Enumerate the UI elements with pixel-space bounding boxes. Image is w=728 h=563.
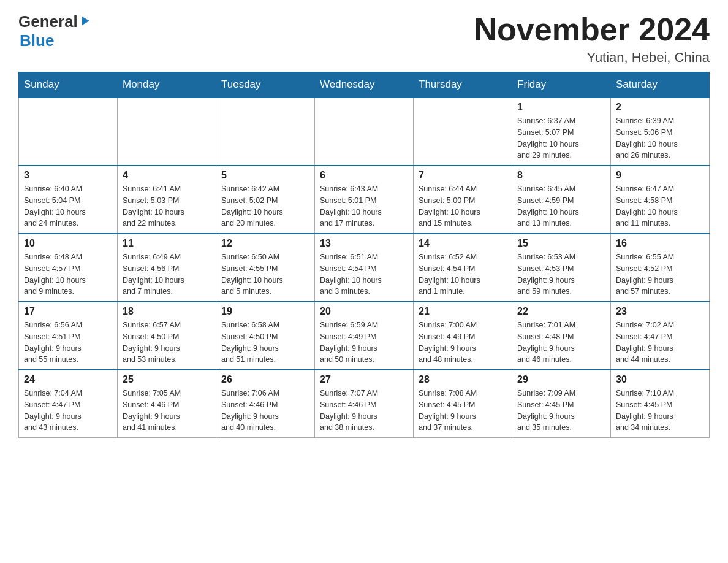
- weekday-header-saturday: Saturday: [611, 72, 710, 98]
- day-info: Sunrise: 6:40 AMSunset: 5:04 PMDaylight:…: [24, 183, 112, 229]
- day-number: 19: [221, 306, 309, 317]
- day-info: Sunrise: 6:41 AMSunset: 5:03 PMDaylight:…: [123, 183, 211, 229]
- day-info: Sunrise: 6:58 AMSunset: 4:50 PMDaylight:…: [221, 320, 309, 366]
- calendar-cell: [118, 98, 216, 166]
- calendar-cell: 19Sunrise: 6:58 AMSunset: 4:50 PMDayligh…: [216, 302, 315, 370]
- day-info: Sunrise: 7:05 AMSunset: 4:46 PMDaylight:…: [123, 388, 211, 434]
- day-number: 8: [517, 170, 605, 181]
- day-number: 22: [517, 306, 605, 317]
- day-info: Sunrise: 6:42 AMSunset: 5:02 PMDaylight:…: [221, 183, 309, 229]
- calendar-week-4: 17Sunrise: 6:56 AMSunset: 4:51 PMDayligh…: [19, 302, 710, 370]
- day-number: 10: [24, 238, 112, 249]
- day-number: 1: [517, 102, 605, 113]
- day-number: 26: [221, 374, 309, 385]
- weekday-header-friday: Friday: [512, 72, 611, 98]
- day-info: Sunrise: 6:49 AMSunset: 4:56 PMDaylight:…: [123, 251, 211, 297]
- calendar-cell: 5Sunrise: 6:42 AMSunset: 5:02 PMDaylight…: [216, 166, 315, 234]
- day-number: 11: [123, 238, 211, 249]
- calendar-cell: 3Sunrise: 6:40 AMSunset: 5:04 PMDaylight…: [19, 166, 118, 234]
- calendar-cell: [315, 98, 414, 166]
- calendar-cell: [414, 98, 512, 166]
- weekday-header-row: SundayMondayTuesdayWednesdayThursdayFrid…: [19, 72, 710, 98]
- day-number: 30: [616, 374, 704, 385]
- calendar-cell: 13Sunrise: 6:51 AMSunset: 4:54 PMDayligh…: [315, 234, 414, 302]
- day-number: 3: [24, 170, 112, 181]
- day-info: Sunrise: 7:01 AMSunset: 4:48 PMDaylight:…: [517, 320, 605, 366]
- day-number: 12: [221, 238, 309, 249]
- calendar-cell: 12Sunrise: 6:50 AMSunset: 4:55 PMDayligh…: [216, 234, 315, 302]
- calendar-cell: 25Sunrise: 7:05 AMSunset: 4:46 PMDayligh…: [118, 370, 216, 438]
- calendar-cell: 24Sunrise: 7:04 AMSunset: 4:47 PMDayligh…: [19, 370, 118, 438]
- day-number: 14: [419, 238, 507, 249]
- calendar-cell: 23Sunrise: 7:02 AMSunset: 4:47 PMDayligh…: [611, 302, 710, 370]
- calendar-week-2: 3Sunrise: 6:40 AMSunset: 5:04 PMDaylight…: [19, 166, 710, 234]
- day-info: Sunrise: 6:37 AMSunset: 5:07 PMDaylight:…: [517, 115, 605, 161]
- title-section: November 2024 Yutian, Hebei, China: [474, 12, 710, 66]
- day-info: Sunrise: 7:02 AMSunset: 4:47 PMDaylight:…: [616, 320, 704, 366]
- calendar-cell: 11Sunrise: 6:49 AMSunset: 4:56 PMDayligh…: [118, 234, 216, 302]
- day-info: Sunrise: 6:50 AMSunset: 4:55 PMDaylight:…: [221, 251, 309, 297]
- day-number: 21: [419, 306, 507, 317]
- day-number: 27: [320, 374, 408, 385]
- day-number: 6: [320, 170, 408, 181]
- calendar-cell: 22Sunrise: 7:01 AMSunset: 4:48 PMDayligh…: [512, 302, 611, 370]
- day-number: 23: [616, 306, 704, 317]
- calendar-cell: 20Sunrise: 6:59 AMSunset: 4:49 PMDayligh…: [315, 302, 414, 370]
- day-number: 16: [616, 238, 704, 249]
- day-number: 18: [123, 306, 211, 317]
- day-info: Sunrise: 6:59 AMSunset: 4:49 PMDaylight:…: [320, 320, 408, 366]
- calendar-cell: [216, 98, 315, 166]
- day-number: 9: [616, 170, 704, 181]
- day-number: 13: [320, 238, 408, 249]
- day-info: Sunrise: 7:10 AMSunset: 4:45 PMDaylight:…: [616, 388, 704, 434]
- calendar-cell: 15Sunrise: 6:53 AMSunset: 4:53 PMDayligh…: [512, 234, 611, 302]
- weekday-header-monday: Monday: [118, 72, 216, 98]
- calendar-cell: 17Sunrise: 6:56 AMSunset: 4:51 PMDayligh…: [19, 302, 118, 370]
- calendar-week-3: 10Sunrise: 6:48 AMSunset: 4:57 PMDayligh…: [19, 234, 710, 302]
- calendar-cell: 7Sunrise: 6:44 AMSunset: 5:00 PMDaylight…: [414, 166, 512, 234]
- day-number: 29: [517, 374, 605, 385]
- day-number: 15: [517, 238, 605, 249]
- weekday-header-wednesday: Wednesday: [315, 72, 414, 98]
- logo-arrow-icon: [80, 15, 91, 29]
- calendar-cell: 30Sunrise: 7:10 AMSunset: 4:45 PMDayligh…: [611, 370, 710, 438]
- calendar-cell: 26Sunrise: 7:06 AMSunset: 4:46 PMDayligh…: [216, 370, 315, 438]
- day-info: Sunrise: 6:57 AMSunset: 4:50 PMDaylight:…: [123, 320, 211, 366]
- day-number: 5: [221, 170, 309, 181]
- calendar-cell: 2Sunrise: 6:39 AMSunset: 5:06 PMDaylight…: [611, 98, 710, 166]
- calendar-cell: 21Sunrise: 7:00 AMSunset: 4:49 PMDayligh…: [414, 302, 512, 370]
- day-info: Sunrise: 7:06 AMSunset: 4:46 PMDaylight:…: [221, 388, 309, 434]
- calendar-week-5: 24Sunrise: 7:04 AMSunset: 4:47 PMDayligh…: [19, 370, 710, 438]
- day-info: Sunrise: 6:48 AMSunset: 4:57 PMDaylight:…: [24, 251, 112, 297]
- calendar-cell: 28Sunrise: 7:08 AMSunset: 4:45 PMDayligh…: [414, 370, 512, 438]
- day-info: Sunrise: 6:43 AMSunset: 5:01 PMDaylight:…: [320, 183, 408, 229]
- calendar-cell: 29Sunrise: 7:09 AMSunset: 4:45 PMDayligh…: [512, 370, 611, 438]
- day-number: 17: [24, 306, 112, 317]
- day-info: Sunrise: 6:52 AMSunset: 4:54 PMDaylight:…: [419, 251, 507, 297]
- day-info: Sunrise: 6:44 AMSunset: 5:00 PMDaylight:…: [419, 183, 507, 229]
- day-info: Sunrise: 6:53 AMSunset: 4:53 PMDaylight:…: [517, 251, 605, 297]
- logo-blue-text: Blue: [18, 31, 54, 50]
- day-info: Sunrise: 7:00 AMSunset: 4:49 PMDaylight:…: [419, 320, 507, 366]
- weekday-header-sunday: Sunday: [19, 72, 118, 98]
- logo: General Blue: [18, 12, 91, 50]
- calendar-cell: 9Sunrise: 6:47 AMSunset: 4:58 PMDaylight…: [611, 166, 710, 234]
- svg-marker-0: [82, 17, 89, 25]
- calendar-cell: 6Sunrise: 6:43 AMSunset: 5:01 PMDaylight…: [315, 166, 414, 234]
- day-info: Sunrise: 6:47 AMSunset: 4:58 PMDaylight:…: [616, 183, 704, 229]
- day-number: 2: [616, 102, 704, 113]
- calendar-cell: 10Sunrise: 6:48 AMSunset: 4:57 PMDayligh…: [19, 234, 118, 302]
- logo-general-text: General: [18, 12, 78, 31]
- calendar-cell: 16Sunrise: 6:55 AMSunset: 4:52 PMDayligh…: [611, 234, 710, 302]
- day-info: Sunrise: 6:51 AMSunset: 4:54 PMDaylight:…: [320, 251, 408, 297]
- weekday-header-tuesday: Tuesday: [216, 72, 315, 98]
- weekday-header-thursday: Thursday: [414, 72, 512, 98]
- calendar-cell: 18Sunrise: 6:57 AMSunset: 4:50 PMDayligh…: [118, 302, 216, 370]
- calendar-cell: 14Sunrise: 6:52 AMSunset: 4:54 PMDayligh…: [414, 234, 512, 302]
- day-number: 20: [320, 306, 408, 317]
- day-number: 28: [419, 374, 507, 385]
- day-info: Sunrise: 6:56 AMSunset: 4:51 PMDaylight:…: [24, 320, 112, 366]
- day-number: 4: [123, 170, 211, 181]
- location-text: Yutian, Hebei, China: [474, 50, 710, 66]
- day-info: Sunrise: 7:07 AMSunset: 4:46 PMDaylight:…: [320, 388, 408, 434]
